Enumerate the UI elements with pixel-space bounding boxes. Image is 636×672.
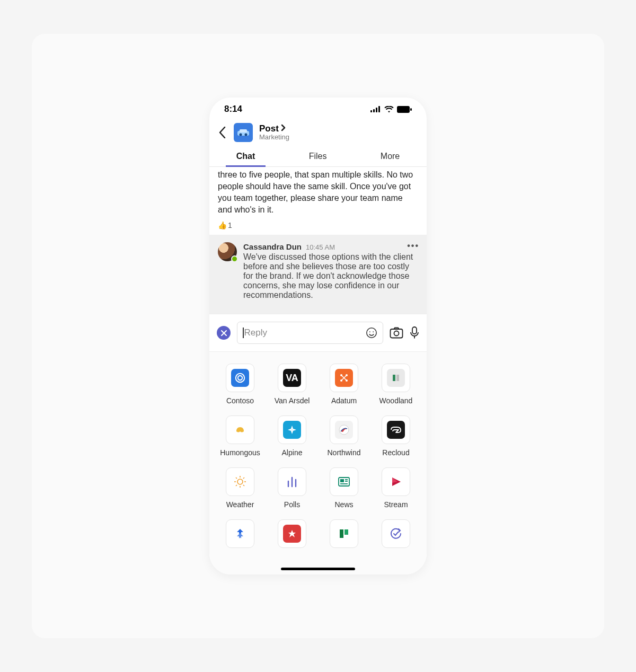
- svg-point-7: [240, 134, 242, 136]
- tab-files[interactable]: Files: [309, 147, 327, 166]
- app-recloud[interactable]: Recloud: [372, 415, 420, 457]
- status-time: 8:14: [224, 104, 242, 114]
- message-text: three to five people, that span multiple…: [209, 167, 427, 220]
- svg-rect-9: [240, 129, 247, 132]
- svg-rect-4: [397, 106, 410, 113]
- microphone-button[interactable]: [410, 326, 419, 339]
- tab-more[interactable]: More: [381, 147, 400, 166]
- home-indicator[interactable]: [281, 568, 355, 570]
- presence-available-icon: [231, 255, 238, 262]
- app-humongous[interactable]: Humongous: [216, 415, 264, 457]
- app-label: Humongous: [220, 448, 260, 457]
- emoji-button[interactable]: [366, 327, 377, 339]
- recloud-icon: [387, 421, 405, 439]
- app-label: Stream: [384, 500, 408, 509]
- channel-titles[interactable]: Post Marketing: [259, 124, 289, 142]
- alpine-icon: [283, 421, 301, 439]
- jira-icon: [231, 525, 249, 543]
- contoso-icon: [231, 369, 249, 387]
- svg-rect-15: [412, 327, 417, 334]
- svg-point-8: [245, 134, 248, 136]
- app-row4-1[interactable]: [216, 519, 264, 548]
- camera-button[interactable]: [390, 327, 403, 339]
- chevron-right-icon: [281, 124, 286, 134]
- app-row4-3[interactable]: [320, 519, 368, 548]
- channel-avatar-icon: [234, 123, 253, 142]
- reply-author: Cassandra Dun: [243, 242, 302, 251]
- app-label: News: [334, 500, 353, 509]
- app-northwind[interactable]: Northwind: [320, 415, 368, 457]
- reply-input[interactable]: Reply: [237, 322, 383, 344]
- app-stream[interactable]: Stream: [372, 467, 420, 509]
- svg-rect-24: [396, 375, 399, 381]
- svg-rect-44: [344, 529, 348, 535]
- svg-point-14: [394, 331, 399, 336]
- channel-header: Post Marketing: [209, 119, 427, 147]
- news-icon: [335, 473, 353, 491]
- back-button[interactable]: [217, 125, 227, 140]
- app-row4-4[interactable]: [372, 519, 420, 548]
- weather-icon: [231, 473, 249, 491]
- phone-frame: 8:14 Post: [209, 98, 427, 574]
- app-alpine[interactable]: Alpine: [268, 415, 316, 457]
- messaging-extensions-drawer[interactable]: Contoso VA Van Arsdel Adatum Wood: [209, 351, 427, 574]
- refresh-check-icon: [387, 525, 405, 543]
- svg-point-18: [238, 376, 242, 380]
- reply-placeholder: Reply: [244, 328, 267, 338]
- svg-point-12: [373, 332, 374, 333]
- van-arsdel-icon: VA: [283, 369, 301, 387]
- reply-timestamp: 10:45 AM: [306, 243, 335, 251]
- app-label: Van Arsdel: [275, 396, 310, 405]
- app-contoso[interactable]: Contoso: [216, 364, 264, 405]
- svg-point-11: [369, 332, 370, 333]
- message-more-button[interactable]: •••: [407, 241, 419, 251]
- stream-icon: [387, 473, 405, 491]
- app-label: Woodland: [379, 396, 413, 405]
- app-label: Contoso: [226, 396, 254, 405]
- app-label: Adatum: [331, 396, 357, 405]
- svg-line-31: [236, 478, 237, 479]
- svg-point-10: [367, 328, 376, 338]
- app-van-arsdel[interactable]: VA Van Arsdel: [268, 364, 316, 405]
- battery-icon: [397, 106, 412, 113]
- tab-chat[interactable]: Chat: [236, 147, 255, 166]
- text-cursor: [243, 328, 244, 338]
- reaction-bar[interactable]: 👍 1: [209, 220, 427, 235]
- channel-subtitle: Marketing: [259, 134, 289, 141]
- thumbs-up-icon: 👍: [218, 221, 227, 229]
- adatum-icon: [335, 369, 353, 387]
- svg-line-32: [243, 485, 244, 486]
- cellular-signal-icon: [370, 106, 381, 112]
- app-grid: Contoso VA Van Arsdel Adatum Wood: [216, 364, 420, 548]
- tab-bar: Chat Files More: [209, 147, 427, 167]
- canvas: 8:14 Post: [32, 34, 604, 638]
- app-label: Polls: [284, 500, 300, 509]
- svg-rect-13: [391, 329, 403, 338]
- app-row4-2[interactable]: [268, 519, 316, 548]
- wifi-icon: [384, 106, 394, 113]
- svg-rect-5: [410, 108, 412, 111]
- status-bar: 8:14: [209, 98, 427, 119]
- close-extensions-button[interactable]: [217, 326, 231, 340]
- reply-text: We've discussed those options with the c…: [243, 252, 418, 300]
- app-woodland[interactable]: Woodland: [372, 364, 420, 405]
- compose-bar: Reply: [209, 314, 427, 351]
- app-label: Recloud: [382, 448, 409, 457]
- status-icons: [370, 106, 412, 113]
- svg-rect-1: [373, 109, 375, 112]
- svg-rect-43: [340, 529, 343, 538]
- northwind-icon: [335, 421, 353, 439]
- app-label: Weather: [226, 500, 254, 509]
- app-polls[interactable]: Polls: [268, 467, 316, 509]
- reply-message[interactable]: Cassandra Dun 10:45 AM We've discussed t…: [209, 235, 427, 314]
- app-weather[interactable]: Weather: [216, 467, 264, 509]
- message-list[interactable]: three to five people, that span multiple…: [209, 167, 427, 314]
- svg-rect-23: [393, 375, 395, 381]
- app-news[interactable]: News: [320, 467, 368, 509]
- app-adatum[interactable]: Adatum: [320, 364, 368, 405]
- svg-rect-0: [370, 110, 372, 112]
- avatar: [218, 242, 237, 261]
- polls-icon: [283, 473, 301, 491]
- svg-point-26: [237, 479, 243, 484]
- channel-title: Post: [259, 124, 279, 134]
